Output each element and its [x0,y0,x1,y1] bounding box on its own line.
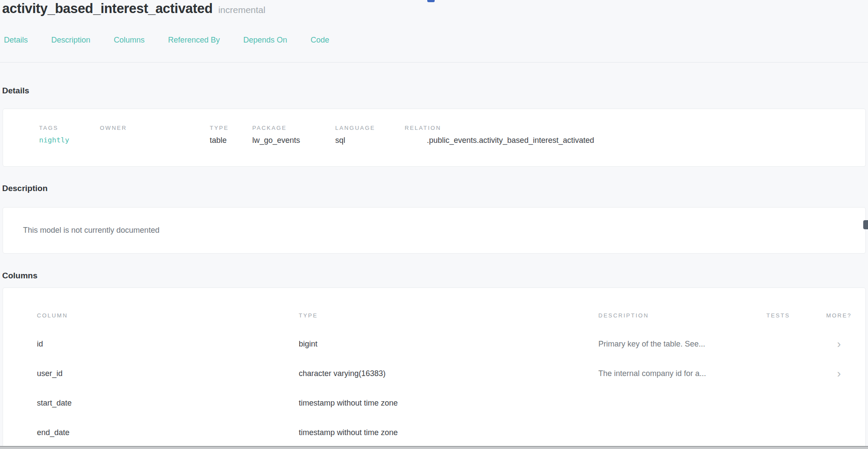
detail-field: TAGS nightly [39,125,100,145]
chevron-right-icon[interactable]: › [821,338,857,350]
description-card: This model is not currently documented [3,207,866,254]
column-header-tests: TESTS [766,312,821,319]
columns-table: COLUMN TYPE DESCRIPTION TESTS MORE? id b… [3,288,865,447]
detail-field-value: .public_events.activity_based_interest_a… [405,136,865,145]
detail-field-label: LANGUAGE [335,125,405,131]
description-text: This model is not currently documented [3,208,865,235]
nav-tab[interactable]: Details [4,36,28,45]
nav-tab[interactable]: Description [51,36,90,45]
nav-tab[interactable]: Referenced By [168,36,220,45]
cell-column-type: timestamp without time zone [299,399,598,408]
columns-table-body: id bigint Primary key of the table. See.… [37,329,865,447]
detail-field-value: nightly [39,136,100,145]
page-title: activity_based_interest_activated [2,1,213,16]
detail-field: RELATION .public_events.activity_based_i… [405,125,865,145]
description-section-heading: Description [2,184,48,193]
detail-field-label: OWNER [100,125,210,131]
column-header-type: TYPE [299,312,598,319]
section-tabs: Details Description Columns Referenced B… [4,36,329,45]
table-row[interactable]: start_date timestamp without time zone [37,388,865,418]
cell-column-description: The internal company id for a... [598,369,766,378]
column-header-more: MORE? [821,312,857,319]
detail-field-label: RELATION [405,125,865,131]
detail-field: TYPE table [210,125,252,145]
detail-field-value: sql [335,136,405,145]
cell-column-name: user_id [37,369,299,378]
nav-tab[interactable]: Code [310,36,329,45]
page-header: activity_based_interest_activatedincreme… [2,1,265,17]
chevron-right-icon[interactable]: › [821,368,857,379]
detail-field: LANGUAGE sql [335,125,405,145]
detail-field-label: TYPE [210,125,252,131]
cell-column-name: id [37,340,299,349]
detail-field-value: lw_go_events [252,136,335,145]
cell-column-type: character varying(16383) [299,369,598,378]
detail-field-value [100,136,210,145]
detail-field-label: PACKAGE [252,125,335,131]
details-section-heading: Details [2,86,29,96]
cut-off-link[interactable] [427,0,435,2]
model-docs-page: activity_based_interest_activatedincreme… [0,0,868,449]
vertical-scrollbar-thumb[interactable] [863,220,868,229]
table-row[interactable]: end_date timestamp without time zone [37,418,865,447]
table-row[interactable]: id bigint Primary key of the table. See.… [37,329,865,359]
materialization-badge: incremental [218,5,266,15]
details-card: TAGS nightly OWNER TYPE table PACKAGE lw… [3,109,866,167]
cell-column-name: start_date [37,399,299,408]
cell-column-description: Primary key of the table. See... [598,340,766,349]
column-header-column: COLUMN [37,312,299,319]
column-header-description: DESCRIPTION [598,312,766,319]
detail-fields: TAGS nightly OWNER TYPE table PACKAGE lw… [3,109,865,145]
table-row[interactable]: user_id character varying(16383) The int… [37,359,865,388]
nav-tab[interactable]: Depends On [243,36,287,45]
cell-column-type: bigint [299,340,598,349]
cell-column-name: end_date [37,428,299,437]
detail-field: OWNER [100,125,210,145]
detail-field: PACKAGE lw_go_events [252,125,335,145]
nav-tab[interactable]: Columns [114,36,145,45]
header-divider [0,62,868,63]
horizontal-scrollbar[interactable] [0,446,868,449]
detail-field-value: table [210,136,252,145]
cell-column-type: timestamp without time zone [299,428,598,437]
detail-field-label: TAGS [39,125,100,131]
columns-table-header: COLUMN TYPE DESCRIPTION TESTS MORE? [37,288,865,319]
columns-section-heading: Columns [2,271,37,281]
columns-card: COLUMN TYPE DESCRIPTION TESTS MORE? id b… [3,287,866,449]
